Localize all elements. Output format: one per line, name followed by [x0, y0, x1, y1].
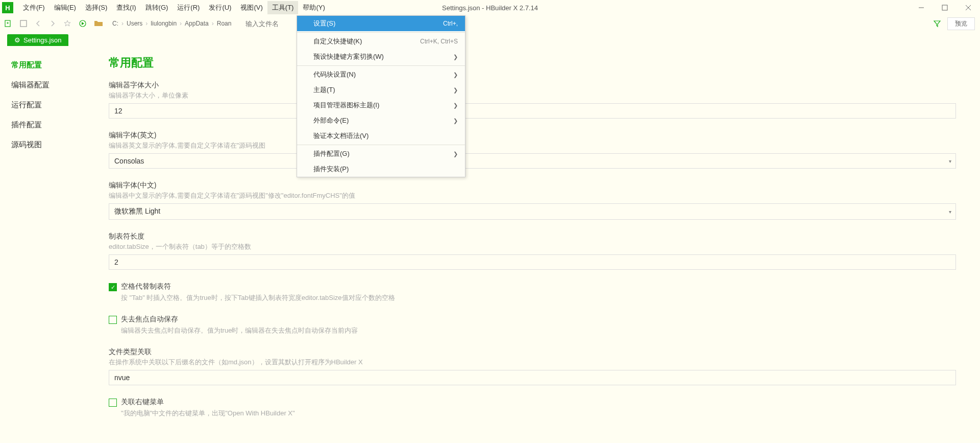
close-button[interactable]	[957, 0, 980, 15]
font-en-select[interactable]: Consolas ▾	[109, 153, 956, 169]
chevron-right-icon: ❯	[453, 151, 458, 157]
chevron-down-icon: ▾	[949, 158, 951, 164]
sidebar-item-editor[interactable]: 编辑器配置	[0, 75, 86, 95]
field-context-menu: 关联右键菜单 "我的电脑"中文件的右键菜单，出现"Open With HBuil…	[109, 398, 965, 418]
tab-settings[interactable]: ⚙ Settings.json	[7, 34, 68, 46]
dd-settings[interactable]: 设置(S)Ctrl+,	[297, 16, 465, 31]
field-file-assoc: 文件类型关联 在操作系统中关联以下后缀名的文件（如md,json），设置其默认打…	[109, 347, 965, 385]
back-icon[interactable]	[35, 20, 42, 27]
main-area: 常用配置 编辑器配置 运行配置 插件配置 源码视图 常用配置 编辑器字体大小 编…	[0, 46, 980, 443]
menu-edit[interactable]: 编辑(E)	[50, 1, 81, 14]
menu-goto[interactable]: 跳转(G)	[141, 1, 173, 14]
field-font-en: 编辑字体(英文) 编辑器英文显示的字体,需要自定义字体请在"源码视图 Conso…	[109, 131, 965, 169]
star-icon[interactable]	[63, 19, 71, 28]
dd-plugin-install[interactable]: 插件安装(P)	[297, 161, 465, 177]
gear-icon: ⚙	[14, 36, 20, 44]
tab-label: Settings.json	[23, 36, 61, 44]
field-desc: 按 "Tab" 时插入空格。值为true时，按下Tab键插入制表符宽度edito…	[121, 293, 965, 302]
font-zh-select[interactable]: 微软雅黑 Light ▾	[109, 203, 956, 220]
sidebar-item-source[interactable]: 源码视图	[0, 135, 86, 155]
menu-select[interactable]: 选择(S)	[81, 1, 112, 14]
field-label: 制表符长度	[109, 232, 965, 241]
settings-content: 常用配置 编辑器字体大小 编辑器字体大小，单位像素 编辑字体(英文) 编辑器英文…	[86, 46, 980, 443]
field-font-size: 编辑器字体大小 编辑器字体大小，单位像素	[109, 81, 965, 119]
crumb-0[interactable]: C:	[112, 20, 118, 27]
dd-preset-shortcuts[interactable]: 预设快捷键方案切换(W)❯	[297, 49, 465, 64]
field-desc: "我的电脑"中文件的右键菜单，出现"Open With HBuilder X"	[121, 409, 965, 418]
settings-sidebar: 常用配置 编辑器配置 运行配置 插件配置 源码视图	[0, 46, 86, 443]
field-desc: 编辑器失去焦点时自动保存。值为true时，编辑器在失去焦点时自动保存当前内容	[121, 326, 965, 335]
field-tab-size: 制表符长度 editor.tabSize，一个制表符（tab）等于的空格数	[109, 232, 965, 270]
field-label: 编辑器字体大小	[109, 81, 965, 90]
toolbar: C:› Users› liulongbin› AppData› Roan 预览	[0, 15, 980, 32]
menu-help[interactable]: 帮助(Y)	[298, 1, 329, 14]
field-label: 编辑字体(英文)	[109, 131, 965, 140]
preview-button[interactable]: 预览	[947, 17, 975, 30]
minimize-button[interactable]	[910, 0, 933, 15]
crumb-1[interactable]: Users	[127, 20, 142, 27]
dd-theme[interactable]: 主题(T)❯	[297, 82, 465, 98]
field-desc: 编辑器中文显示的字体,需要自定义字体请在"源码视图"修改"editor.font…	[109, 191, 965, 200]
field-label: 关联右键菜单	[121, 398, 164, 407]
field-desc: 在操作系统中关联以下后缀名的文件（如md,json），设置其默认打开程序为HBu…	[109, 358, 965, 367]
field-label: 空格代替制表符	[121, 282, 171, 291]
menu-file[interactable]: 文件(F)	[18, 1, 50, 14]
menu-tools[interactable]: 工具(T)	[267, 1, 299, 14]
play-icon[interactable]	[79, 19, 87, 28]
chevron-down-icon: ▾	[949, 209, 951, 215]
chevron-right-icon: ❯	[453, 118, 458, 124]
folder-icon[interactable]	[94, 20, 103, 27]
window-title: Settings.json - HBuilder X 2.7.14	[442, 4, 538, 12]
tab-size-input[interactable]	[109, 254, 956, 270]
menu-publish[interactable]: 发行(U)	[204, 1, 236, 14]
file-assoc-input[interactable]	[109, 370, 956, 385]
sidebar-item-run[interactable]: 运行配置	[0, 95, 86, 115]
filter-icon[interactable]	[933, 19, 941, 28]
menu-view[interactable]: 视图(V)	[236, 1, 267, 14]
section-title: 常用配置	[109, 55, 965, 71]
chevron-right-icon: ❯	[453, 54, 458, 60]
tab-bar: ⚙ Settings.json	[0, 32, 980, 46]
menu-run[interactable]: 运行(R)	[173, 1, 204, 14]
menu-find[interactable]: 查找(I)	[112, 1, 140, 14]
dd-validate[interactable]: 验证本文档语法(V)	[297, 128, 465, 144]
font-size-input[interactable]	[109, 103, 956, 119]
field-autosave: 失去焦点自动保存 编辑器失去焦点时自动保存。值为true时，编辑器在失去焦点时自…	[109, 315, 965, 335]
context-menu-checkbox[interactable]	[109, 399, 117, 407]
chevron-right-icon: ❯	[453, 87, 458, 94]
field-label: 编辑字体(中文)	[109, 181, 965, 190]
maximize-button[interactable]	[933, 0, 957, 15]
field-spaces: ✓ 空格代替制表符 按 "Tab" 时插入空格。值为true时，按下Tab键插入…	[109, 282, 965, 302]
sidebar-item-common[interactable]: 常用配置	[0, 55, 86, 75]
chevron-right-icon: ❯	[453, 72, 458, 78]
field-label: 失去焦点自动保存	[121, 315, 178, 324]
autosave-checkbox[interactable]	[109, 316, 117, 324]
svg-rect-7	[20, 20, 27, 27]
spaces-checkbox[interactable]: ✓	[109, 283, 117, 291]
new-file-icon[interactable]	[4, 19, 12, 28]
title-bar: H 文件(F) 编辑(E) 选择(S) 查找(I) 跳转(G) 运行(R) 发行…	[0, 0, 980, 15]
field-desc: 编辑器英文显示的字体,需要自定义字体请在"源码视图	[109, 141, 965, 150]
dd-icon-theme[interactable]: 项目管理器图标主题(I)❯	[297, 98, 465, 113]
svg-rect-1	[942, 5, 947, 10]
field-label: 文件类型关联	[109, 347, 965, 357]
dd-shortcuts[interactable]: 自定义快捷键(K)Ctrl+K, Ctrl+S	[297, 34, 465, 49]
crumb-4[interactable]: Roan	[217, 20, 232, 27]
crumb-3[interactable]: AppData	[185, 20, 209, 27]
forward-icon[interactable]	[49, 20, 56, 27]
field-font-zh: 编辑字体(中文) 编辑器中文显示的字体,需要自定义字体请在"源码视图"修改"ed…	[109, 181, 965, 220]
chevron-right-icon: ❯	[453, 102, 458, 109]
dd-external[interactable]: 外部命令(E)❯	[297, 113, 465, 128]
app-icon: H	[2, 2, 13, 13]
breadcrumb: C:› Users› liulongbin› AppData› Roan	[112, 20, 231, 27]
field-desc: editor.tabSize，一个制表符（tab）等于的空格数	[109, 242, 965, 251]
menu-bar: 文件(F) 编辑(E) 选择(S) 查找(I) 跳转(G) 运行(R) 发行(U…	[18, 1, 330, 14]
field-desc: 编辑器字体大小，单位像素	[109, 91, 965, 100]
crumb-2[interactable]: liulongbin	[151, 20, 177, 27]
save-icon[interactable]	[19, 19, 28, 28]
tools-dropdown: 设置(S)Ctrl+, 自定义快捷键(K)Ctrl+K, Ctrl+S 预设快捷…	[297, 15, 465, 177]
dd-plugin-config[interactable]: 插件配置(G)❯	[297, 146, 465, 161]
dd-codeblock[interactable]: 代码块设置(N)❯	[297, 67, 465, 82]
sidebar-item-plugin[interactable]: 插件配置	[0, 115, 86, 135]
